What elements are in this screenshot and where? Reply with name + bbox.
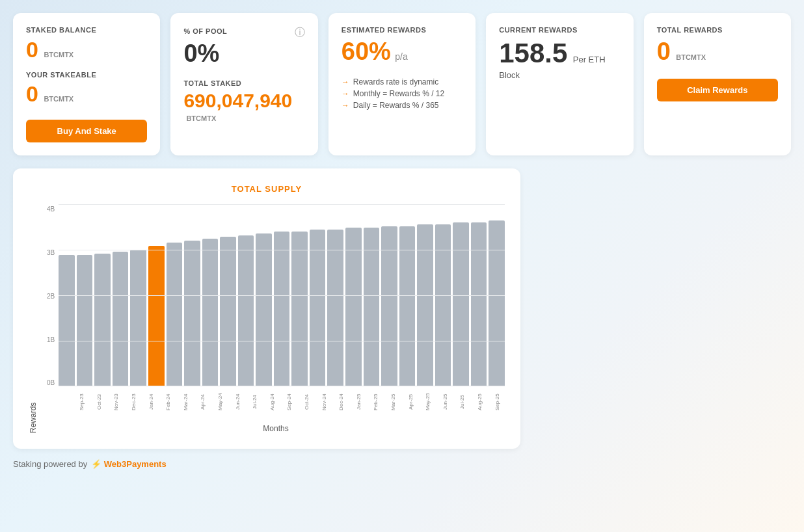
x-label: Mar-24 bbox=[183, 388, 189, 416]
chart-bar bbox=[130, 250, 146, 386]
stakeable-unit: BTCMTX bbox=[44, 95, 74, 103]
x-label: Apr-25 bbox=[408, 388, 414, 416]
staked-balance-unit: BTCMTX bbox=[44, 51, 74, 59]
x-label: Jun-25 bbox=[442, 388, 448, 416]
stakeable-value: 0 bbox=[26, 81, 38, 106]
claim-rewards-button[interactable]: Claim Rewards bbox=[657, 79, 778, 101]
total-staked-value: 690,047,940 bbox=[183, 90, 292, 111]
total-rewards-unit: BTCMTX bbox=[676, 53, 706, 61]
chart-bar bbox=[381, 226, 397, 386]
estimated-rewards-info: → Rewards rate is dynamic → Monthly = Re… bbox=[342, 77, 462, 110]
chart-bar bbox=[417, 224, 433, 386]
x-label: Sep-25 bbox=[494, 388, 500, 416]
chart-bar bbox=[489, 220, 505, 386]
y-label-1b: 1B bbox=[47, 336, 55, 343]
x-label-col: Oct-24 bbox=[299, 388, 315, 419]
est-info-item-2: → Monthly = Rewards % / 12 bbox=[342, 89, 462, 98]
chart-bar bbox=[291, 232, 308, 386]
x-label-col: Jun-24 bbox=[230, 388, 245, 419]
pool-card: % OF POOL ⓘ 0% TOTAL STAKED 690,047,940 … bbox=[170, 13, 317, 155]
x-label: Dec-24 bbox=[338, 388, 344, 416]
chart-title: TOTAL SUPPLY bbox=[29, 184, 505, 194]
x-label: Nov-23 bbox=[113, 388, 119, 416]
x-label-col: Dec-24 bbox=[334, 388, 349, 419]
x-label: Jul-24 bbox=[252, 388, 258, 416]
x-label: Aug-25 bbox=[477, 388, 483, 416]
footer-text: Staking powered by bbox=[13, 459, 87, 469]
x-label-col: Feb-24 bbox=[161, 388, 176, 419]
x-label-col: Sep-23 bbox=[74, 388, 90, 419]
chart-bar bbox=[77, 255, 93, 386]
buy-and-stake-button[interactable]: Buy And Stake bbox=[26, 120, 147, 142]
chart-bar bbox=[256, 233, 272, 386]
x-label-col: Jul-25 bbox=[455, 388, 470, 419]
estimated-rewards-label: ESTIMATED REWARDS bbox=[342, 26, 462, 34]
chart-bar bbox=[435, 224, 451, 386]
estimated-rewards-card: ESTIMATED REWARDS 60% p/a → Rewards rate… bbox=[328, 13, 476, 155]
info-icon[interactable]: ⓘ bbox=[295, 26, 305, 40]
chart-bar bbox=[167, 243, 183, 386]
estimated-rewards-pa: p/a bbox=[395, 51, 407, 62]
x-label-col: Mar-24 bbox=[178, 388, 194, 419]
x-label: May-24 bbox=[217, 388, 223, 416]
x-label: Nov-24 bbox=[321, 388, 327, 416]
y-label-2b: 2B bbox=[47, 293, 55, 300]
x-label: Jan-25 bbox=[356, 388, 362, 416]
chart-bar bbox=[310, 230, 326, 386]
chart-bar bbox=[471, 222, 487, 386]
x-label: Oct-24 bbox=[304, 388, 310, 416]
x-label: Sep-24 bbox=[286, 388, 292, 416]
x-label: Sep-23 bbox=[79, 388, 85, 416]
staked-balance-label: STAKED BALANCE bbox=[26, 26, 147, 34]
stakeable-label: YOUR STAKEABLE bbox=[26, 71, 147, 79]
total-rewards-label: TOTAL REWARDS bbox=[657, 26, 778, 34]
x-label: May-25 bbox=[425, 388, 431, 416]
chart-bar bbox=[59, 255, 75, 386]
chart-bar bbox=[453, 222, 469, 386]
x-label-col: May-25 bbox=[420, 388, 436, 419]
chart-bar bbox=[202, 239, 219, 386]
chart-bar bbox=[94, 254, 111, 386]
chart-bar bbox=[327, 230, 343, 386]
total-staked-label: TOTAL STAKED bbox=[183, 79, 304, 87]
chart-bar bbox=[345, 228, 362, 386]
x-label: Feb-25 bbox=[373, 388, 379, 416]
est-info-item-1: → Rewards rate is dynamic bbox=[342, 77, 462, 86]
chart-bar bbox=[113, 252, 129, 386]
est-info-item-3: → Daily = Rewards % / 365 bbox=[342, 101, 462, 110]
x-label-col: Nov-24 bbox=[316, 388, 332, 419]
x-label-col: Apr-24 bbox=[195, 388, 211, 419]
arrow-icon-2: → bbox=[342, 89, 349, 98]
x-label-col: May-24 bbox=[213, 388, 228, 419]
x-label: Jul-25 bbox=[459, 388, 465, 416]
x-label-col: Aug-24 bbox=[265, 388, 280, 419]
arrow-icon-3: → bbox=[342, 101, 349, 110]
x-label-col: Feb-25 bbox=[368, 388, 384, 419]
arrow-icon-1: → bbox=[342, 77, 349, 86]
x-label-col: Jun-25 bbox=[437, 388, 453, 419]
y-label-4b: 4B bbox=[47, 206, 55, 213]
chart-bar bbox=[220, 237, 236, 386]
x-label-col: Oct-23 bbox=[92, 388, 107, 419]
estimated-rewards-value: 60% bbox=[342, 38, 391, 65]
pool-label: % OF POOL bbox=[183, 27, 227, 35]
x-label: Mar-25 bbox=[390, 388, 396, 416]
x-label: Oct-23 bbox=[96, 388, 102, 416]
chart-bar bbox=[274, 232, 290, 386]
x-label-col: Apr-25 bbox=[403, 388, 418, 419]
x-label: Jan-24 bbox=[148, 388, 154, 416]
x-label-col: Jul-24 bbox=[247, 388, 263, 419]
chart-bar bbox=[238, 235, 254, 386]
cards-row: STAKED BALANCE 0 BTCMTX YOUR STAKEABLE 0… bbox=[13, 13, 791, 155]
x-label-col: Aug-25 bbox=[472, 388, 488, 419]
web3payments-brand: ⚡ Web3Payments bbox=[91, 459, 166, 469]
pool-value: 0% bbox=[183, 40, 304, 68]
x-label: Apr-24 bbox=[200, 388, 206, 416]
current-rewards-value: 158.5 bbox=[499, 38, 567, 68]
chart-bar bbox=[399, 226, 416, 386]
x-label: Feb-24 bbox=[165, 388, 171, 416]
x-label-col: Jan-24 bbox=[143, 388, 159, 419]
x-label: Dec-23 bbox=[131, 388, 137, 416]
x-label-col: Sep-24 bbox=[282, 388, 297, 419]
total-rewards-card: TOTAL REWARDS 0 BTCMTX Claim Rewards bbox=[644, 13, 791, 155]
